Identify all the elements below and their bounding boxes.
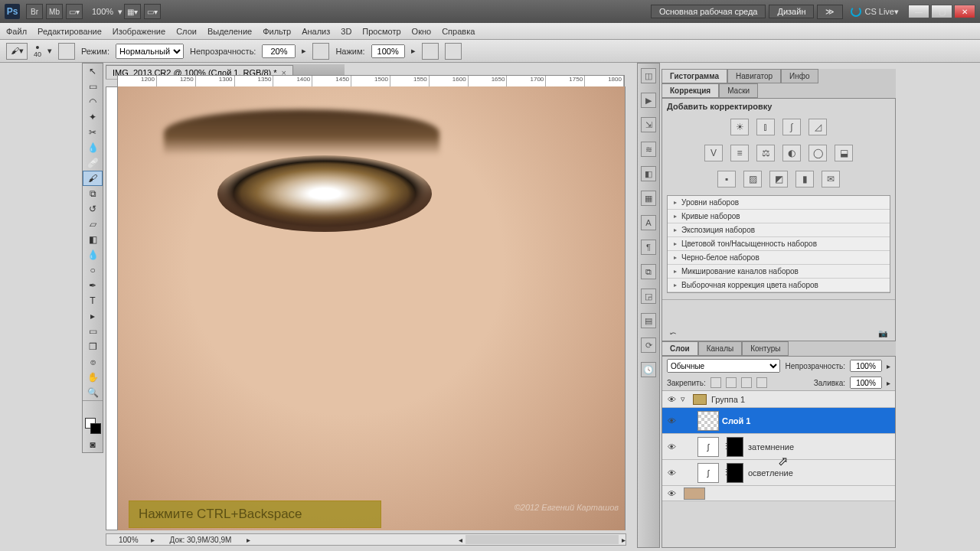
- menu-view[interactable]: Просмотр: [362, 27, 400, 36]
- balance-icon[interactable]: ⚖: [756, 145, 775, 161]
- info-panel-icon[interactable]: ◲: [641, 289, 656, 304]
- tab-histogram[interactable]: Гистограмма: [662, 69, 727, 83]
- layer-lighten[interactable]: 👁 ∫ ⋮ осветление: [662, 460, 895, 486]
- background-color[interactable]: [90, 423, 101, 434]
- blur-tool[interactable]: 💧: [83, 247, 103, 262]
- threshold-icon[interactable]: ◩: [769, 171, 788, 187]
- lock-position-icon[interactable]: [741, 377, 752, 388]
- menu-filter[interactable]: Фильтр: [263, 27, 291, 36]
- preset-list[interactable]: Уровни наборов Кривые наборов Экспозиция…: [667, 195, 890, 293]
- type-tool[interactable]: T: [83, 293, 103, 308]
- levels-icon[interactable]: ⫿: [756, 119, 775, 135]
- posterize-icon[interactable]: ▨: [743, 171, 762, 187]
- brush-size-value[interactable]: 40: [34, 51, 41, 58]
- minimize-button[interactable]: —: [908, 5, 929, 18]
- menu-image[interactable]: Изображение: [113, 27, 165, 36]
- bridge-icon[interactable]: Br: [26, 4, 43, 19]
- pressure-opacity-icon[interactable]: [312, 43, 329, 60]
- status-zoom[interactable]: 100%: [106, 536, 151, 544]
- workspace-essentials[interactable]: Основная рабочая среда: [651, 5, 766, 18]
- workspace-design[interactable]: Дизайн: [769, 5, 814, 18]
- eyedropper-tool[interactable]: 💧: [83, 140, 103, 155]
- layer-blendmode[interactable]: Обычные: [667, 359, 780, 373]
- preset-levels[interactable]: Уровни наборов: [668, 196, 890, 210]
- menu-window[interactable]: Окно: [412, 27, 432, 36]
- invert-icon[interactable]: ▪: [717, 171, 736, 187]
- brightness-icon[interactable]: ☀: [730, 119, 749, 135]
- visibility-icon[interactable]: 👁: [662, 416, 681, 425]
- screen-icon[interactable]: ▭▾: [144, 4, 161, 19]
- preset-selective[interactable]: Выборочная коррекция цвета наборов: [668, 279, 890, 292]
- quickmask-icon[interactable]: ◙: [83, 437, 103, 452]
- minibridge-icon[interactable]: Mb: [46, 4, 63, 19]
- brushes-panel-icon[interactable]: ▦: [641, 191, 656, 206]
- tab-layers[interactable]: Слои: [662, 341, 698, 356]
- maximize-button[interactable]: ▢: [931, 5, 952, 18]
- visibility-icon[interactable]: 👁: [662, 468, 681, 478]
- photo-filter-icon[interactable]: ◯: [808, 145, 827, 161]
- preset-curves[interactable]: Кривые наборов: [668, 210, 890, 223]
- histogram-icon[interactable]: ◫: [641, 68, 656, 83]
- airbrush-icon[interactable]: [422, 43, 439, 60]
- canvas[interactable]: ©2012 Евгений Карташов: [118, 86, 626, 530]
- clone-icon[interactable]: ⧉: [641, 264, 656, 279]
- pen-tool[interactable]: ✒: [83, 278, 103, 293]
- play-icon[interactable]: ▶: [641, 93, 656, 108]
- layer-group-1[interactable]: 👁 ▿ Группа 1: [662, 391, 895, 408]
- path-select-tool[interactable]: ▸: [83, 308, 103, 324]
- lasso-tool[interactable]: ◠: [83, 94, 103, 109]
- move-tool[interactable]: ↖: [83, 64, 103, 79]
- layer-layer1[interactable]: 👁 Слой 1: [662, 408, 895, 434]
- actions-icon[interactable]: ⇲: [641, 117, 656, 132]
- history-brush-tool[interactable]: ↺: [83, 201, 103, 217]
- blend-mode-select[interactable]: Нормальный: [116, 44, 184, 59]
- gradient-tool[interactable]: ◧: [83, 232, 103, 247]
- adjust-cam-icon[interactable]: 📷: [878, 329, 887, 337]
- zoom-level[interactable]: 100%: [87, 7, 118, 16]
- gradient-map-icon[interactable]: ▮: [795, 171, 814, 187]
- menu-file[interactable]: Файл: [6, 27, 27, 36]
- layer-background[interactable]: 👁: [662, 486, 895, 501]
- visibility-icon[interactable]: 👁: [662, 489, 681, 498]
- adjust-rot-icon[interactable]: ⟳: [641, 337, 656, 353]
- lock-all-icon[interactable]: [756, 377, 767, 388]
- menu-3d[interactable]: 3D: [341, 27, 351, 36]
- tab-navigator[interactable]: Навигатор: [727, 69, 781, 83]
- clock-icon[interactable]: 🕓: [641, 362, 656, 377]
- quick-select-tool[interactable]: ✦: [83, 109, 103, 125]
- tab-channels[interactable]: Каналы: [698, 341, 743, 356]
- crop-tool[interactable]: ✂: [83, 125, 103, 140]
- tab-masks[interactable]: Маски: [719, 83, 758, 98]
- curves-icon[interactable]: ∫: [782, 119, 801, 135]
- bw-icon[interactable]: ◐: [782, 145, 801, 161]
- lock-pixels-icon[interactable]: [726, 377, 737, 388]
- hand-tool[interactable]: ✋: [83, 370, 103, 385]
- hue-icon[interactable]: ≡: [730, 145, 749, 161]
- healing-tool[interactable]: 🩹: [83, 155, 103, 171]
- cs-live[interactable]: CS Live ▾: [851, 6, 899, 17]
- 3d-tool[interactable]: ❒: [83, 339, 103, 354]
- visibility-icon[interactable]: 👁: [662, 395, 681, 404]
- 3d-camera-tool[interactable]: ⌾: [83, 354, 103, 370]
- fill-input[interactable]: [850, 377, 882, 389]
- zoom-tool[interactable]: 🔍: [83, 385, 103, 400]
- channel-mixer-icon[interactable]: ⬓: [835, 145, 853, 161]
- marquee-tool[interactable]: ▭: [83, 79, 103, 94]
- shape-tool[interactable]: ▭: [83, 324, 103, 339]
- character-icon[interactable]: A: [641, 215, 656, 230]
- workspace-more[interactable]: ≫: [817, 5, 843, 19]
- eraser-tool[interactable]: ▱: [83, 217, 103, 232]
- preset-exposure[interactable]: Экспозиция наборов: [668, 223, 890, 237]
- flow-input[interactable]: [371, 44, 405, 58]
- menu-edit[interactable]: Редактирование: [38, 27, 102, 36]
- scroll-right-icon[interactable]: ▸: [622, 536, 626, 544]
- preset-hue[interactable]: Цветовой тон/Насыщенность наборов: [668, 237, 890, 251]
- pressure-size-icon[interactable]: [445, 43, 462, 60]
- dodge-tool[interactable]: ○: [83, 262, 103, 278]
- menu-layer[interactable]: Слои: [176, 27, 197, 36]
- adjust-return-icon[interactable]: ⤺: [670, 329, 676, 337]
- brush-tool-icon[interactable]: 🖌▾: [6, 43, 28, 60]
- menu-help[interactable]: Справка: [442, 27, 475, 36]
- scroll-left-icon[interactable]: ◂: [459, 536, 462, 544]
- menu-select[interactable]: Выделение: [207, 27, 252, 36]
